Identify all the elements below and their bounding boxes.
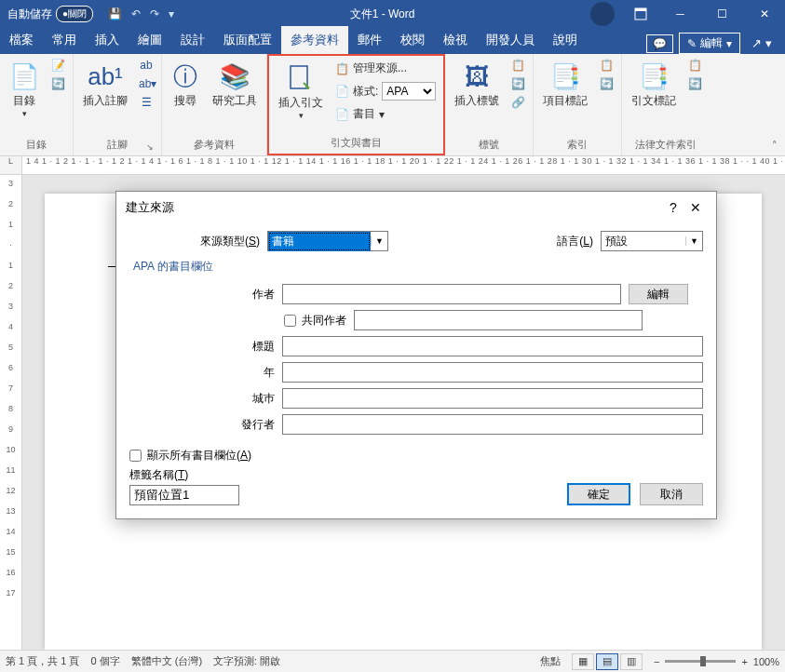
corporate-author-input[interactable] — [354, 310, 643, 330]
qat-dropdown-icon[interactable]: ▾ — [169, 7, 174, 20]
comments-button[interactable]: 💬 — [646, 34, 673, 53]
status-focus[interactable]: 焦點 — [540, 654, 561, 668]
style-dropdown[interactable]: APA — [382, 82, 436, 101]
svg-rect-1 — [635, 8, 646, 11]
tab-file[interactable]: 檔案 — [0, 26, 43, 54]
cross-reference-button[interactable]: 🔗 — [508, 95, 527, 110]
toc-button[interactable]: 📄 目錄▾ — [6, 58, 43, 120]
insert-endnote-button[interactable]: ab — [137, 58, 156, 73]
update-authorities-button[interactable]: 🔄 — [685, 76, 704, 91]
tab-draw[interactable]: 繪圖 — [129, 26, 171, 54]
footnote-dialog-launcher[interactable]: ↘ — [146, 142, 154, 152]
edit-author-button[interactable]: 編輯 — [629, 284, 688, 304]
zoom-in-button[interactable]: + — [741, 656, 747, 667]
editing-mode-button[interactable]: ✎ 編輯 ▾ — [679, 33, 740, 54]
redo-icon[interactable]: ↷ — [150, 7, 159, 20]
cancel-button[interactable]: 取消 — [640, 483, 703, 505]
tab-view[interactable]: 檢視 — [434, 26, 477, 54]
manage-sources-button[interactable]: 📋管理來源... — [332, 60, 438, 77]
zoom-slider[interactable] — [665, 660, 736, 663]
tab-design[interactable]: 設計 — [171, 26, 214, 54]
collapse-ribbon-button[interactable]: ˄ — [772, 140, 778, 152]
tab-references[interactable]: 參考資料 — [281, 26, 348, 54]
save-icon[interactable]: 💾 — [108, 7, 122, 20]
view-read-mode[interactable]: ▦ — [572, 653, 594, 670]
insert-citation-button[interactable]: 插入引文▾ — [275, 60, 327, 122]
year-input[interactable] — [282, 362, 703, 383]
group-citation: 引文與書目 — [275, 134, 438, 152]
tab-layout[interactable]: 版面配置 — [214, 26, 281, 54]
citation-style-select[interactable]: 📄樣式: APA — [332, 81, 438, 101]
vertical-ruler[interactable]: 321·1234567891011121314151617 — [0, 175, 22, 650]
user-avatar[interactable] — [590, 2, 615, 26]
tab-insert[interactable]: 插入 — [86, 26, 129, 54]
update-table-button[interactable]: 🔄 — [508, 76, 527, 91]
insert-index-button[interactable]: 📋 — [597, 58, 616, 73]
view-print-layout[interactable]: ▤ — [596, 653, 618, 670]
fieldset-label: APA 的書目欄位 — [133, 259, 703, 275]
maximize-button[interactable]: ☐ — [701, 0, 743, 28]
horizontal-ruler[interactable]: 1 4 1 · 1 2 1 · 1 · 1 · 1 2 1 · 1 4 1 · … — [22, 156, 785, 175]
show-all-fields-label: 顯示所有書目欄位(A) — [147, 448, 251, 464]
chevron-down-icon[interactable]: ▼ — [371, 236, 387, 246]
research-tools-button[interactable]: 📚 研究工具 — [209, 58, 261, 111]
tab-help[interactable]: 說明 — [544, 26, 587, 54]
view-web-layout[interactable]: ▥ — [620, 653, 643, 670]
year-label: 年 — [129, 365, 275, 381]
autosave-toggle[interactable]: 自動儲存 ●關閉 — [0, 6, 101, 22]
zoom-out-button[interactable]: − — [654, 656, 659, 667]
group-index: 索引 — [539, 136, 616, 154]
corporate-author-checkbox[interactable] — [284, 315, 296, 327]
mark-entry-button[interactable]: 📑 項目標記 — [539, 58, 591, 111]
tag-name-input[interactable] — [129, 485, 239, 505]
corporate-author-label: 共同作者 — [302, 313, 346, 329]
ribbon-tabs: 檔案 常用 插入 繪圖 設計 版面配置 參考資料 郵件 校閱 檢視 開發人員 說… — [0, 28, 785, 54]
chevron-down-icon[interactable]: ▼ — [685, 236, 702, 246]
mark-citation-button[interactable]: 📑 引文標記 — [628, 58, 680, 111]
update-toc-button[interactable]: 🔄 — [48, 76, 67, 91]
minimize-button[interactable]: ─ — [659, 0, 701, 28]
insert-authorities-button[interactable]: 📋 — [685, 58, 704, 73]
tab-developer[interactable]: 開發人員 — [477, 26, 544, 54]
bibliography-button[interactable]: 📄書目 ▾ — [332, 105, 438, 123]
group-toc: 目錄 — [6, 136, 67, 154]
create-source-dialog: 建立來源 ? ✕ 來源類型(S) 書籍 ▼ 語言(L) 預設 ▼ APA 的書目… — [115, 191, 717, 519]
undo-icon[interactable]: ↶ — [131, 7, 141, 20]
insert-footnote-button[interactable]: ab¹ 插入註腳 — [79, 58, 131, 111]
publisher-input[interactable] — [282, 414, 703, 435]
show-notes-button[interactable]: ☰ — [137, 95, 156, 110]
close-button[interactable]: ✕ — [743, 0, 785, 28]
source-type-select[interactable]: 書籍 ▼ — [267, 231, 388, 251]
tab-mailings[interactable]: 郵件 — [348, 26, 391, 54]
language-label: 語言(L) — [557, 234, 593, 249]
insert-table-figures-button[interactable]: 📋 — [508, 58, 527, 73]
status-language[interactable]: 繁體中文 (台灣) — [131, 654, 202, 668]
status-text-predict[interactable]: 文字預測: 開啟 — [213, 654, 280, 668]
next-footnote-button[interactable]: ab▾ — [137, 76, 156, 91]
search-button[interactable]: ⓘ 搜尋 — [168, 58, 203, 111]
tag-name-label: 標籤名稱(T) — [129, 467, 703, 483]
insert-caption-button[interactable]: 🖼 插入標號 — [451, 58, 503, 111]
status-page[interactable]: 第 1 頁，共 1 頁 — [6, 654, 79, 668]
ribbon-display-options[interactable] — [622, 7, 659, 20]
tab-home[interactable]: 常用 — [43, 26, 86, 54]
zoom-level[interactable]: 100% — [753, 656, 779, 667]
footnote-icon: ab¹ — [88, 60, 123, 93]
show-all-fields-checkbox[interactable] — [129, 450, 142, 462]
update-index-button[interactable]: 🔄 — [597, 76, 616, 91]
status-word-count[interactable]: 0 個字 — [90, 654, 119, 668]
group-caption: 標號 — [451, 136, 527, 154]
title-input[interactable] — [282, 336, 703, 356]
add-text-button[interactable]: 📝 — [48, 58, 67, 73]
author-input[interactable] — [282, 284, 621, 304]
source-type-label: 來源類型(S) — [129, 234, 260, 249]
tab-review[interactable]: 校閱 — [391, 26, 434, 54]
ok-button[interactable]: 確定 — [567, 483, 630, 505]
dialog-help-button[interactable]: ? — [662, 200, 684, 215]
city-input[interactable] — [282, 388, 703, 409]
dialog-close-button[interactable]: ✕ — [684, 200, 707, 215]
share-button[interactable]: ↗ ▾ — [746, 34, 778, 52]
caption-icon: 🖼 — [465, 60, 489, 93]
search-icon: ⓘ — [173, 60, 197, 93]
language-select[interactable]: 預設 ▼ — [601, 231, 703, 251]
